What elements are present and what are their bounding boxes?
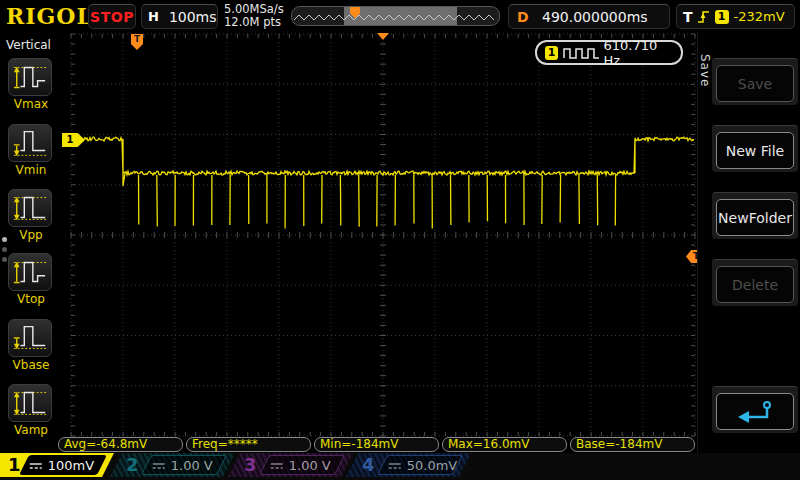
return-arrow-icon bbox=[735, 399, 775, 425]
dc-coupling-icon bbox=[269, 460, 285, 470]
right-soft-menu: Save Save New File NewFolder Delete bbox=[697, 32, 800, 453]
oscilloscope-screen: RIGOL STOP H 100ms 5.00MSa/s 12.0M pts D… bbox=[0, 0, 800, 480]
channel2-tag[interactable]: 2 1.00 V bbox=[110, 453, 235, 477]
measurement-max: Max=16.0mV bbox=[442, 437, 567, 452]
channel3-number: 3 bbox=[244, 453, 257, 477]
menu-tab-save: Save bbox=[698, 54, 712, 87]
channel3-tag[interactable]: 3 1.00 V bbox=[228, 453, 353, 477]
freq-counter-channel-badge: 1 bbox=[545, 46, 558, 60]
delay-center-marker-icon bbox=[377, 33, 389, 40]
softkey-back[interactable] bbox=[712, 386, 798, 433]
dc-coupling-icon bbox=[387, 460, 403, 470]
channel2-scale: 1.00 V bbox=[171, 458, 213, 473]
channel4-tag[interactable]: 4 50.0mV bbox=[346, 453, 471, 477]
square-wave-icon bbox=[563, 46, 598, 60]
measurement-avg: Avg=-64.8mV bbox=[58, 437, 183, 452]
measurement-min: Min=-184mV bbox=[314, 437, 439, 452]
channel4-scale: 50.0mV bbox=[407, 458, 458, 473]
channel-status-bar: 1 100mV 2 1.00 V bbox=[0, 453, 800, 480]
waveform-display: T 1 T 1 610.710 Hz bbox=[57, 32, 697, 453]
measurement-freq: Freq=***** bbox=[186, 437, 311, 452]
softkey-new-folder[interactable]: NewFolder bbox=[712, 192, 798, 239]
channel1-scale: 100mV bbox=[48, 458, 94, 473]
measurement-results-bar: Avg=-64.8mV Freq=***** Min=-184mV Max=16… bbox=[57, 437, 697, 453]
dc-coupling-icon bbox=[151, 460, 167, 470]
frequency-counter: 1 610.710 Hz bbox=[535, 40, 683, 65]
softkey-save: Save bbox=[712, 58, 798, 105]
softkey-delete: Delete bbox=[712, 259, 798, 306]
dc-coupling-icon bbox=[28, 460, 44, 470]
freq-counter-value: 610.710 Hz bbox=[604, 38, 674, 68]
channel4-number: 4 bbox=[362, 453, 375, 477]
channel1-tag[interactable]: 1 100mV bbox=[0, 453, 114, 477]
channel3-scale: 1.00 V bbox=[289, 458, 331, 473]
softkey-new-file[interactable]: New File bbox=[712, 125, 798, 172]
channel2-number: 2 bbox=[126, 453, 139, 477]
channel1-number: 1 bbox=[8, 453, 21, 477]
graticule-and-trace bbox=[0, 0, 800, 480]
measurement-base: Base=-184mV bbox=[570, 437, 695, 452]
